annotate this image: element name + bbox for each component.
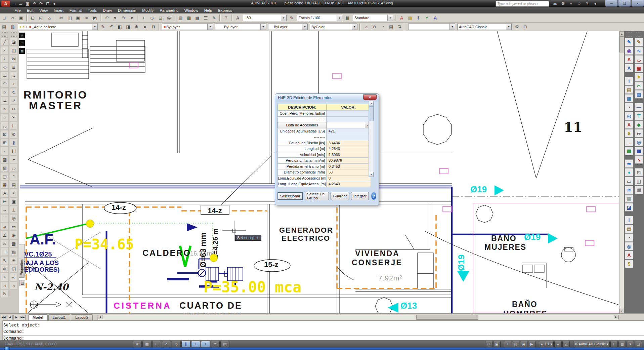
dialog-scrollbar[interactable]: ▲ ▼ [369,101,374,177]
multiline-text-icon[interactable]: A [1,189,9,197]
showmotion-button[interactable]: ▶ [528,341,535,347]
ducs-toggle[interactable]: ⊥ [191,341,200,347]
tab-next-icon[interactable]: ▶ [13,315,19,320]
hde-flash-icon[interactable]: ▩ [635,147,643,155]
redo-dropdown-icon[interactable]: ▾ [128,14,136,22]
open-icon[interactable]: ▱ [17,1,24,7]
annotation-icon[interactable]: A [431,14,439,22]
zoom-window-icon[interactable]: ⊡ [157,14,165,22]
hde-box3-icon[interactable]: ▣ [635,186,643,194]
text-style-icon[interactable]: A [234,14,242,22]
hde-chart-icon[interactable]: ◪ [625,203,633,211]
hde-cost-icon[interactable]: $ [625,129,633,138]
row-value[interactable] [327,116,371,123]
hde-flow-icon[interactable]: ≋ [625,186,633,194]
menu-tools[interactable]: Tools [85,7,100,13]
copy-icon[interactable]: ◫ [10,46,18,54]
table-style-icon[interactable]: ▦ [344,14,352,22]
clean-screen-button[interactable]: ▢ [635,341,642,347]
array-icon[interactable]: ⠿ [10,71,18,79]
dialog-button-seleccionar[interactable]: Seleccionar [277,192,303,200]
annotation-auto-button[interactable]: △ [562,341,570,347]
layer-isolate-icon[interactable]: ◧ [116,23,124,31]
tab-model[interactable]: Model [28,314,48,320]
lock-location-icon[interactable]: ⊓ [521,23,529,31]
dim-diameter-icon[interactable]: ⌀ [1,223,9,231]
toolbar-grip[interactable] [627,32,632,37]
color-combo[interactable]: ■ByLayer▼ [162,24,213,30]
properties-palette-tab[interactable]: Properties [19,244,25,278]
explode-icon[interactable]: * [10,172,18,180]
menu-modify[interactable]: Modify [139,7,157,13]
pipe-node[interactable] [210,254,218,262]
hde-pliers-icon[interactable]: ✂ [635,81,643,90]
new-icon[interactable]: □ [11,1,17,7]
hde-arrow-icon[interactable]: → [625,138,633,146]
layer-off-icon[interactable]: ● [141,23,149,31]
polar-toggle[interactable]: ∠ [162,341,171,347]
row-value[interactable]: 4.2643 [327,181,371,187]
camera-icon[interactable]: ◱ [10,265,18,273]
lineweight-combo[interactable]: —ByLayer▼ [268,24,308,30]
materials-icon[interactable]: ▨ [10,248,18,256]
menu-view[interactable]: View [36,7,51,13]
join-icon[interactable]: ⋃ [10,147,18,155]
gradient-icon[interactable]: ▧ [1,164,9,172]
table-update-icon[interactable]: ▦ [406,14,414,22]
row-value[interactable]: 3.4434 [327,140,371,146]
walk-icon[interactable]: ∞ [10,273,18,281]
hde-landscape-icon[interactable]: ▧ [635,90,643,99]
hde-htable-icon[interactable]: ▤ [625,225,633,233]
orbit-icon[interactable]: ◉ [10,231,18,239]
revision-cloud-icon[interactable]: ☁ [1,96,9,105]
hde-toolbox-icon[interactable]: ▤ [625,85,633,94]
row-label[interactable]: Lista de Accesorios [277,122,327,128]
menu-express[interactable]: Express [215,7,235,13]
row-value[interactable]: 0 [327,175,371,182]
sheetset-manager-icon[interactable]: ☰ [202,14,210,22]
dim-aligned-icon[interactable]: ↔ [1,206,9,214]
properties-icon[interactable]: ▤ [177,14,185,22]
qat-dropdown-icon[interactable]: ▾ [51,1,58,7]
workspace-combo-arrow-icon[interactable]: ▼ [506,24,511,30]
row-value[interactable] [327,110,371,117]
dialog-button-guardar[interactable]: Guardar [331,192,349,200]
command-window-grip[interactable] [0,320,3,340]
arc-icon[interactable]: ◠ [1,80,9,88]
pan-icon[interactable]: + [140,14,148,22]
layer-combo-arrow-icon[interactable]: ▼ [92,24,97,30]
dim-angular-icon[interactable]: ∠ [1,231,9,239]
chamfer-icon[interactable]: ⌐ [10,155,18,163]
tab-layout2[interactable]: Layout2 [71,314,93,320]
layer-properties-icon[interactable]: ▤ [0,23,8,31]
table-style-combo[interactable]: Standard▼ [353,15,393,21]
make-layer-current-icon[interactable]: ✎ [99,23,107,31]
zoom-object-icon[interactable]: ⊙ [371,23,379,31]
hde-hand-icon[interactable]: ☀ [635,73,643,81]
search-input[interactable]: Type a keyword or phrase [496,1,549,7]
designcenter-icon[interactable]: ▦ [185,14,193,22]
hatch-icon[interactable]: ▨ [1,155,9,163]
sun-icon[interactable]: ☼ [10,281,18,289]
dialog-button-selecc-en-grupo[interactable]: Selecc.En Grupo [305,192,329,200]
hde-globe-icon[interactable]: ◎ [635,138,643,146]
menu-dimension[interactable]: Dimension [115,7,139,13]
ucs-icon[interactable]: ⊥ [10,206,18,214]
undo-icon[interactable]: ↶ [31,1,38,7]
row-value[interactable]: 421 [327,128,371,134]
quick-select-icon[interactable]: ⊿ [362,23,370,31]
hde-info2-icon[interactable]: i [625,216,633,224]
dim-linear-icon[interactable]: ⊢ [1,197,9,205]
undo-dropdown-icon[interactable]: ▾ [111,14,119,22]
open-icon[interactable]: ▱ [9,14,17,22]
doc-restore-icon[interactable]: ❐ [19,40,25,46]
break-icon[interactable]: ∦ [10,139,18,147]
dim-update-icon[interactable]: ↻ [1,290,9,298]
hscroll-thumb[interactable] [416,315,478,320]
dialog-close-button[interactable]: ✕ [363,94,377,100]
toolbar-grip[interactable] [11,32,16,37]
center-mark-icon[interactable]: + [1,273,9,281]
scroll-up-icon[interactable]: ▲ [619,31,624,36]
dim-arc-icon[interactable]: ⌒ [1,214,9,222]
move-icon[interactable]: + [10,80,18,88]
